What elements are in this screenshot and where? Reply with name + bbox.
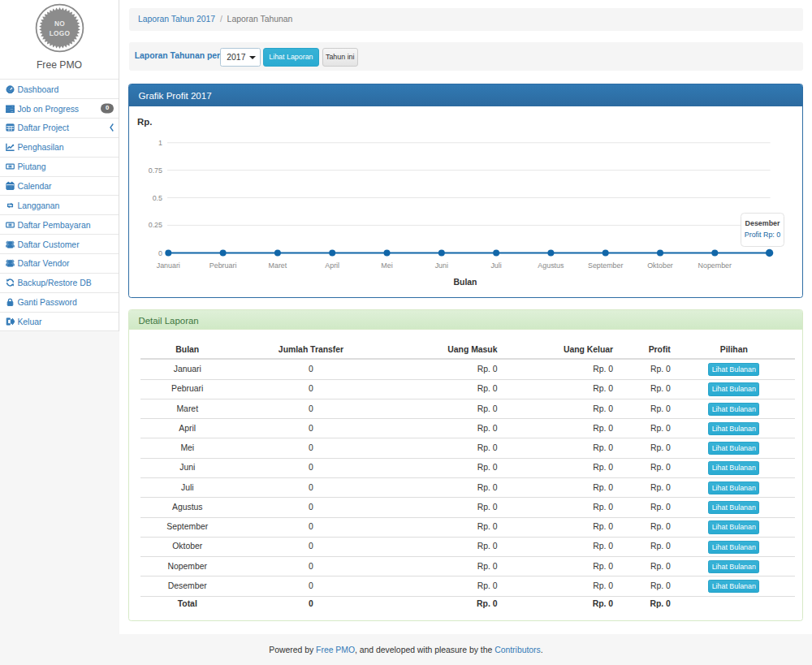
svg-text:Pebruari: Pebruari [209,261,237,270]
svg-text:0.5: 0.5 [153,194,162,202]
svg-text:Oktober: Oktober [647,261,673,270]
svg-text:0.25: 0.25 [149,221,162,229]
svg-text:1: 1 [158,139,162,147]
svg-text:April: April [325,261,339,270]
svg-text:LOGO: LOGO [50,29,71,37]
svg-text:0.75: 0.75 [149,166,162,175]
svg-text:Juni: Juni [435,261,448,270]
svg-text:Mei: Mei [381,261,392,270]
svg-text:Rp.: Rp. [137,117,152,127]
svg-text:0: 0 [158,249,162,257]
svg-text:Januari: Januari [157,261,180,270]
svg-text:NO: NO [54,19,65,28]
svg-text:Agustus: Agustus [538,261,564,270]
svg-text:Juli: Juli [490,261,501,270]
svg-text:Bulan: Bulan [454,278,477,287]
svg-text:Nopember: Nopember [698,261,732,270]
svg-text:Maret: Maret [269,261,287,270]
svg-text:September: September [588,261,623,270]
